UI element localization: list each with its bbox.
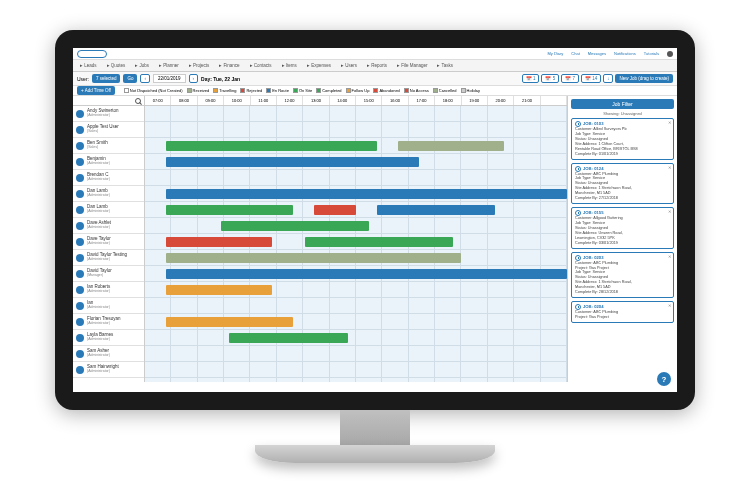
job-bar[interactable]: [166, 237, 272, 247]
job-card[interactable]: ✕JOB: 0203Customer: ABC PlumbingProject:…: [571, 252, 674, 298]
time-cell: 11:00: [251, 96, 277, 105]
nav-expenses[interactable]: ▸ Expenses: [304, 62, 334, 69]
job-bar[interactable]: [166, 285, 272, 295]
user-row[interactable]: David Taylor(Manager): [73, 266, 144, 282]
nav-finance[interactable]: ▸ Finance: [216, 62, 242, 69]
grid-row[interactable]: [145, 154, 567, 170]
grid-row[interactable]: [145, 282, 567, 298]
new-job-button[interactable]: New Job (drag to create): [615, 74, 673, 83]
job-bar[interactable]: [377, 205, 495, 215]
job-card[interactable]: ✕JOB: 0124Customer: ABC PlumbingJob Type…: [571, 163, 674, 205]
nav-file-manager[interactable]: ▸ File Manager: [394, 62, 431, 69]
user-row[interactable]: Brendan C(Administrator): [73, 170, 144, 186]
go-button[interactable]: Go: [123, 74, 137, 83]
job-card[interactable]: ✕JOB: 0103Customer: Allied Surveyors Plc…: [571, 118, 674, 160]
user-icon[interactable]: [667, 51, 673, 57]
nav-jobs[interactable]: ▸ Jobs: [132, 62, 152, 69]
grid-row[interactable]: [145, 378, 567, 382]
nav-reports[interactable]: ▸ Reports: [364, 62, 390, 69]
notifications-link[interactable]: Notifications: [614, 51, 636, 56]
grid-row[interactable]: [145, 106, 567, 122]
date-next[interactable]: ›: [189, 74, 199, 83]
job-bar[interactable]: [166, 189, 567, 199]
user-role: (Administrator): [87, 290, 110, 294]
user-row[interactable]: Dave Taylor(Administrator): [73, 234, 144, 250]
user-row[interactable]: Simon Duffy: [73, 378, 144, 382]
messages-link[interactable]: Messages: [588, 51, 606, 56]
close-icon[interactable]: ✕: [668, 165, 671, 170]
user-row[interactable]: Ian(Administrator): [73, 298, 144, 314]
job-bar[interactable]: [166, 141, 377, 151]
date-input[interactable]: 22/01/2019: [153, 74, 186, 83]
job-bar[interactable]: [166, 253, 461, 263]
date-prev[interactable]: ‹: [140, 74, 150, 83]
grid-row[interactable]: [145, 170, 567, 186]
nav-items[interactable]: ▸ Items: [279, 62, 300, 69]
user-row[interactable]: Sam Hainwright(Administrator): [73, 362, 144, 378]
search-icon[interactable]: [135, 98, 141, 104]
view-5[interactable]: 📅 5: [541, 74, 559, 83]
user-row[interactable]: Sam Asher(Administrator): [73, 346, 144, 362]
grid-row[interactable]: [145, 234, 567, 250]
nav-projects[interactable]: ▸ Projects: [186, 62, 213, 69]
nav-contacts[interactable]: ▸ Contacts: [247, 62, 275, 69]
job-bar[interactable]: [221, 221, 369, 231]
gantt-grid[interactable]: 07:0008:0009:0010:0011:0012:0013:0014:00…: [145, 96, 567, 382]
job-bar[interactable]: [314, 205, 356, 215]
view-14[interactable]: 📅 14: [581, 74, 601, 83]
job-bar[interactable]: [166, 205, 293, 215]
grid-row[interactable]: [145, 314, 567, 330]
grid-row[interactable]: [145, 298, 567, 314]
job-bar[interactable]: [305, 237, 453, 247]
avatar: [76, 350, 84, 358]
close-icon[interactable]: ✕: [668, 120, 671, 125]
grid-row[interactable]: [145, 202, 567, 218]
grid-row[interactable]: [145, 346, 567, 362]
user-row[interactable]: Dave Ashlet(Administrator): [73, 218, 144, 234]
view-1[interactable]: 📅 1: [522, 74, 540, 83]
job-card[interactable]: ✕JOB: 0155Customer: Allgood GutteringJob…: [571, 207, 674, 249]
close-icon[interactable]: ✕: [668, 254, 671, 259]
tutorials-link[interactable]: Tutorials: [644, 51, 659, 56]
nav-leads[interactable]: ▸ Leads: [77, 62, 100, 69]
my-diary-link[interactable]: My Diary: [548, 51, 564, 56]
job-filter-header[interactable]: Job Filter: [571, 99, 674, 109]
nav-planner[interactable]: ▸ Planner: [156, 62, 182, 69]
add-time-off-button[interactable]: + Add Time Off: [77, 86, 115, 95]
user-row[interactable]: Ian Roberts(Administrator): [73, 282, 144, 298]
view-toggle[interactable]: ↕: [603, 74, 613, 83]
user-row[interactable]: Layla Barnes(Administrator): [73, 330, 144, 346]
close-icon[interactable]: ✕: [668, 303, 671, 308]
main-nav: ▸ Leads▸ Quotes▸ Jobs▸ Planner▸ Projects…: [73, 60, 677, 72]
user-row[interactable]: Dan Lamb(Administrator): [73, 186, 144, 202]
job-bar[interactable]: [398, 141, 504, 151]
job-bar[interactable]: [166, 157, 419, 167]
chat-link[interactable]: Chat: [571, 51, 579, 56]
user-select[interactable]: 7 selected: [92, 74, 121, 83]
grid-row[interactable]: [145, 218, 567, 234]
user-row[interactable]: Benjamin(Administrator): [73, 154, 144, 170]
job-bar[interactable]: [229, 333, 347, 343]
close-icon[interactable]: ✕: [668, 209, 671, 214]
grid-row[interactable]: [145, 122, 567, 138]
job-card[interactable]: ✕JOB: 0204Customer: ABC PlumbingProject:…: [571, 301, 674, 323]
user-row[interactable]: David Taylor Testing(Administrator): [73, 250, 144, 266]
nav-tasks[interactable]: ▸ Tasks: [434, 62, 456, 69]
view-7[interactable]: 📅 7: [561, 74, 579, 83]
job-bar[interactable]: [166, 269, 567, 279]
grid-row[interactable]: [145, 362, 567, 378]
user-row[interactable]: Dan Lamb(Administrator): [73, 202, 144, 218]
grid-row[interactable]: [145, 186, 567, 202]
user-row[interactable]: Apple Test User(Sales): [73, 122, 144, 138]
help-button[interactable]: ?: [657, 372, 671, 386]
nav-users[interactable]: ▸ Users: [338, 62, 360, 69]
grid-row[interactable]: [145, 138, 567, 154]
grid-row[interactable]: [145, 266, 567, 282]
job-bar[interactable]: [166, 317, 293, 327]
grid-row[interactable]: [145, 250, 567, 266]
nav-quotes[interactable]: ▸ Quotes: [104, 62, 129, 69]
grid-row[interactable]: [145, 330, 567, 346]
user-row[interactable]: Andy Swinerton(Administrator): [73, 106, 144, 122]
user-row[interactable]: Ben Smith(Sales): [73, 138, 144, 154]
user-row[interactable]: Florian Tresoyan(Administrator): [73, 314, 144, 330]
